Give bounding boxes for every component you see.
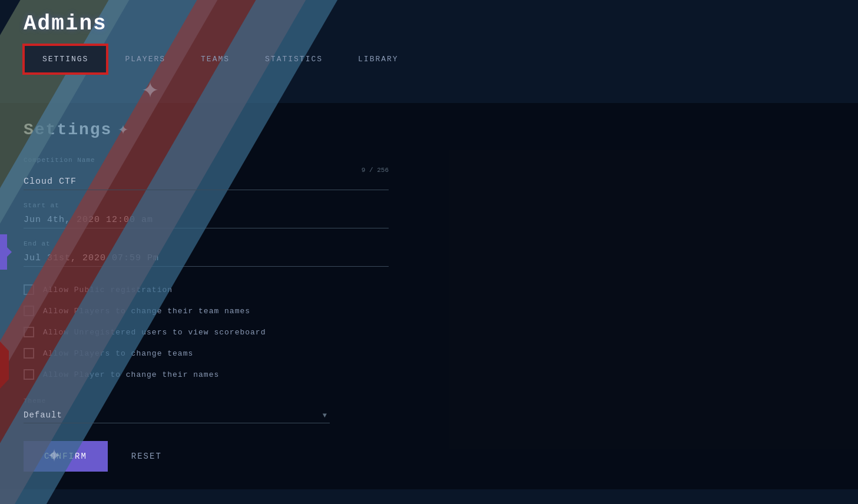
checkbox-team-names-box[interactable]	[24, 306, 34, 316]
theme-dropdown-wrapper: Default Dark Light Custom ▼	[24, 407, 330, 423]
checkbox-group: Allow Public registration Allow Players …	[24, 284, 389, 380]
reset-button[interactable]: RESET	[120, 441, 174, 472]
start-at-input[interactable]	[24, 212, 389, 228]
app-title: Admins	[24, 12, 834, 36]
competition-name-label: Competition Name	[24, 157, 389, 164]
checkbox-scoreboard-box[interactable]	[24, 327, 34, 337]
checkbox-change-teams[interactable]: Allow Players to change teams	[24, 348, 389, 359]
nav-item-library[interactable]: LIBRARY	[340, 46, 416, 72]
page-title: Settings	[24, 121, 811, 139]
side-arrow	[0, 234, 7, 270]
checkbox-team-names[interactable]: Allow Players to change their team names	[24, 306, 389, 316]
nav-item-players[interactable]: PLAYERS	[107, 46, 183, 72]
checkbox-scoreboard[interactable]: Allow Unregistered users to view scorebo…	[24, 327, 389, 337]
start-at-group: Start at	[24, 202, 389, 228]
checkbox-change-teams-box[interactable]	[24, 348, 34, 359]
competition-name-group: Competition Name 9 / 256	[24, 157, 389, 190]
checkbox-public-reg-label: Allow Public registration	[43, 286, 173, 294]
navigation: SETTINGS PLAYERS TEAMS STATISTICS LIBRAR…	[24, 45, 834, 74]
checkbox-public-reg-box[interactable]	[24, 284, 34, 295]
theme-group: Theme Default Dark Light Custom ▼	[24, 397, 389, 423]
star-decoration-2: ✦	[118, 118, 128, 140]
checkbox-scoreboard-label: Allow Unregistered users to view scorebo…	[43, 328, 266, 337]
competition-name-input[interactable]	[24, 174, 389, 190]
checkbox-team-names-label: Allow Players to change their team names	[43, 307, 250, 316]
end-at-label: End at	[24, 240, 389, 247]
bottom-star-decoration: ✦	[47, 440, 61, 469]
theme-select[interactable]: Default Dark Light Custom	[24, 407, 330, 423]
checkbox-change-names-label: Allow Player to change their names	[43, 370, 219, 379]
settings-form: Competition Name 9 / 256 Start at End at	[24, 157, 389, 472]
checkbox-public-reg[interactable]: Allow Public registration	[24, 284, 389, 295]
end-at-group: End at	[24, 240, 389, 267]
nav-item-statistics[interactable]: STATISTICS	[247, 46, 340, 72]
nav-item-settings[interactable]: SETTINGS	[24, 45, 107, 74]
red-bracket-decoration	[0, 341, 12, 389]
action-buttons: CONFIRM RESET	[24, 441, 389, 472]
checkbox-change-names[interactable]: Allow Player to change their names	[24, 369, 389, 380]
end-at-input[interactable]	[24, 250, 389, 267]
char-count: 9 / 256	[362, 167, 389, 174]
start-at-label: Start at	[24, 202, 389, 209]
checkbox-change-names-box[interactable]	[24, 369, 34, 380]
form-inner: Settings Competition Name 9 / 256 Start …	[0, 121, 834, 472]
confirm-button[interactable]: CONFIRM	[24, 441, 108, 472]
theme-label: Theme	[24, 397, 389, 404]
form-container: Settings Competition Name 9 / 256 Start …	[0, 103, 858, 489]
main-content: Admins SETTINGS PLAYERS TEAMS STATISTICS…	[0, 0, 858, 103]
nav-item-teams[interactable]: TEAMS	[183, 46, 247, 72]
checkbox-change-teams-label: Allow Players to change teams	[43, 349, 193, 358]
